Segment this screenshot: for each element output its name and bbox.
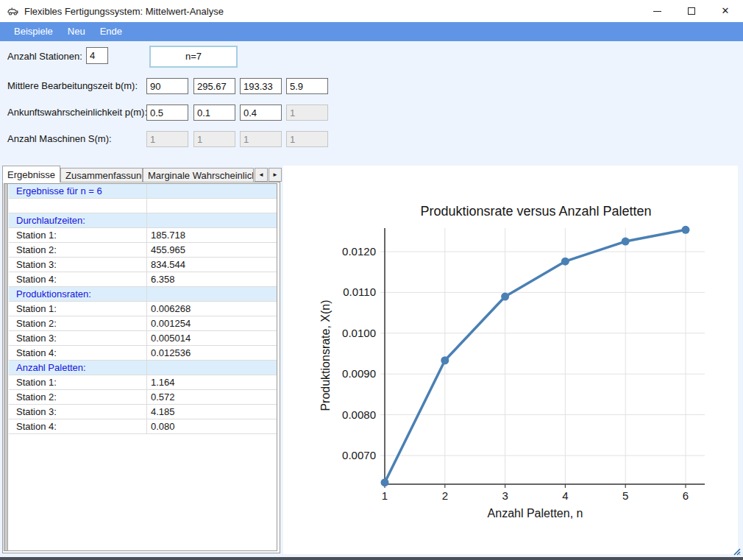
table-row-value: 6.358 <box>147 272 277 286</box>
y-tick-label: 0.0070 <box>342 449 376 461</box>
table-row-value <box>147 361 277 375</box>
table-row: Station 3:4.185 <box>9 405 277 419</box>
chart-panel: 0.00700.00800.00900.01000.01100.01201234… <box>283 166 738 554</box>
param-field-1-2[interactable] <box>193 78 235 94</box>
chart-title: Produktionsrate versus Anzahl Paletten <box>420 204 651 219</box>
cart-icon <box>7 5 19 17</box>
table-row: Station 2:0.001254 <box>9 316 277 331</box>
table-row-label: Station 1: <box>9 375 147 389</box>
table-row-value: 1.164 <box>147 375 277 389</box>
table-row: Station 2:455.965 <box>9 243 277 258</box>
resize-grip[interactable] <box>730 545 741 556</box>
title-bar: Flexibles Fertigungssystem: Mittelwert-A… <box>0 0 743 22</box>
table-row: Station 3:834.544 <box>9 258 277 272</box>
menu-item-beispiele[interactable]: Beispiele <box>7 22 60 41</box>
minimize-button[interactable] <box>640 0 674 22</box>
table-row-label: Station 2: <box>9 390 147 404</box>
table-row-value <box>147 184 277 198</box>
close-icon: ✕ <box>722 5 730 16</box>
table-row-label: Durchlaufzeiten: <box>9 213 147 227</box>
maximize-button[interactable] <box>675 0 708 22</box>
table-section-header-row: Produktionsraten: <box>9 287 277 302</box>
data-point <box>441 356 449 364</box>
param-field-3-4 <box>286 131 328 147</box>
table-row-label: Station 1: <box>9 228 147 242</box>
data-point <box>561 258 569 266</box>
tab-scroll-left-button[interactable]: ◄ <box>255 168 268 182</box>
table-row-label: Station 3: <box>9 405 147 419</box>
menu-bar: BeispieleNeuEnde <box>0 22 743 41</box>
param-field-1-4[interactable] <box>286 78 328 94</box>
table-row-label: Produktionsraten: <box>9 287 147 301</box>
param-label-anzahl-maschinen-s-m: Anzahl Maschinen S(m): <box>7 133 112 144</box>
param-field-1-3[interactable] <box>240 78 282 94</box>
table-row-label: Station 2: <box>9 243 147 257</box>
param-row-anzahl-maschinen-s-m: Anzahl Maschinen S(m): <box>0 130 338 149</box>
param-field-2-1[interactable] <box>146 104 188 121</box>
tab-zusammenfassung[interactable]: Zusammenfassung <box>60 168 143 182</box>
table-section-header-row: Ergebnisse für n = 6 <box>9 184 277 199</box>
table-row-value <box>147 287 277 301</box>
grid-rowheader-strip <box>4 184 8 550</box>
x-tick-label: 4 <box>562 489 568 502</box>
x-tick-label: 1 <box>382 489 388 502</box>
y-axis-label: Produktionsrate, X(n) <box>319 300 332 411</box>
tab-marginale-wahrscheinlich[interactable]: Marginale Wahrscheinlich <box>143 168 254 182</box>
param-field-2-4 <box>286 104 328 121</box>
arrow-left-icon: ◄ <box>258 171 264 178</box>
data-point <box>682 226 690 234</box>
param-field-2-2[interactable] <box>193 104 235 121</box>
table-row-value: 4.185 <box>147 405 277 419</box>
table-row-value: 0.005014 <box>147 331 277 345</box>
table-row: Station 2:0.572 <box>9 390 277 405</box>
y-tick-label: 0.0080 <box>342 408 376 421</box>
tab-ergebnisse[interactable]: Ergebnisse <box>2 166 60 182</box>
table-row: Station 1:1.164 <box>9 375 277 390</box>
table-row-value <box>147 199 277 213</box>
table-row-value: 834.544 <box>147 258 277 272</box>
window-title: Flexibles Fertigungssystem: Mittelwert-A… <box>24 6 224 17</box>
window-bottom-border <box>0 557 743 560</box>
table-row-value: 0.080 <box>147 419 277 433</box>
table-row-value: 0.012536 <box>147 346 277 360</box>
x-tick-label: 6 <box>683 489 689 502</box>
table-row-label: Station 2: <box>9 316 147 330</box>
table-row-label: Station 1: <box>9 302 147 316</box>
table-row: Station 3:0.005014 <box>9 331 277 346</box>
table-row-label: Station 3: <box>9 331 147 345</box>
minimize-icon <box>653 11 661 12</box>
table-row: Station 4:6.358 <box>9 272 277 287</box>
n-status-display: n=7 <box>149 46 238 68</box>
app-window: Flexibles Fertigungssystem: Mittelwert-A… <box>0 0 743 560</box>
param-field-3-1 <box>146 131 188 147</box>
table-row: Station 1:185.718 <box>9 228 277 243</box>
tab-scroll-right-button[interactable]: ► <box>269 168 282 182</box>
menu-item-neu[interactable]: Neu <box>60 22 93 41</box>
tab-control: ErgebnisseZusammenfassungMarginale Wahrs… <box>2 166 282 553</box>
y-tick-label: 0.0100 <box>342 327 376 339</box>
x-tick-label: 3 <box>502 489 508 502</box>
stations-input[interactable] <box>86 47 108 64</box>
param-row-mittlere-bearbeitungszeit-b-m: Mittlere Bearbeitungszeit b(m): <box>0 77 338 96</box>
table-row-label: Station 4: <box>9 346 147 360</box>
close-button[interactable]: ✕ <box>708 0 742 22</box>
table-row-label: Station 4: <box>9 272 147 286</box>
series-line <box>385 230 686 482</box>
param-label-ankunftswahrscheinlichkeit-p-m: Ankunftswahrscheinlichkeit p(m): <box>7 107 147 118</box>
param-field-1-1[interactable] <box>146 78 188 94</box>
menu-item-ende[interactable]: Ende <box>93 22 129 41</box>
table-row: Station 4:0.012536 <box>9 346 277 361</box>
table-row-label: Station 4: <box>9 419 147 433</box>
data-point <box>381 478 389 486</box>
maximize-icon <box>688 7 695 15</box>
arrow-right-icon: ► <box>272 171 278 178</box>
table-row: Station 4:0.080 <box>9 419 277 434</box>
param-row-ankunftswahrscheinlichkeit-p-m: Ankunftswahrscheinlichkeit p(m): <box>0 103 338 122</box>
chart-svg: 0.00700.00800.00900.01000.01100.01201234… <box>283 166 738 554</box>
x-tick-label: 2 <box>442 489 448 502</box>
x-tick-label: 5 <box>622 489 628 502</box>
data-point <box>501 293 509 301</box>
table-row-label: Station 3: <box>9 258 147 272</box>
param-field-2-3[interactable] <box>240 104 282 121</box>
param-label-mittlere-bearbeitungszeit-b-m: Mittlere Bearbeitungszeit b(m): <box>7 80 138 91</box>
